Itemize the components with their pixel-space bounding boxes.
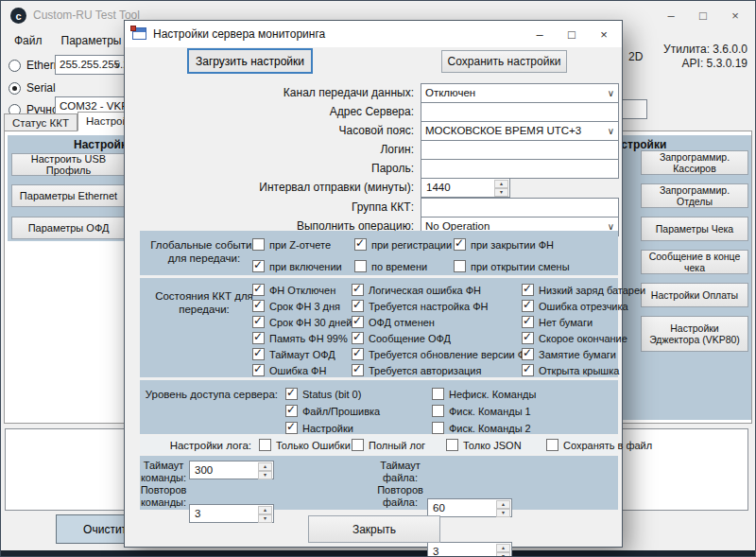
checkbox-item[interactable]: Полный лог bbox=[352, 439, 446, 451]
checkbox-icon[interactable] bbox=[352, 300, 364, 312]
checkbox-item[interactable]: Требуется обновление версии ФН bbox=[352, 348, 533, 360]
checkbox-item[interactable]: Толко JSON bbox=[446, 439, 546, 451]
checkbox-icon[interactable] bbox=[352, 364, 364, 376]
radio-icon[interactable] bbox=[9, 82, 21, 95]
kkt-group-input[interactable] bbox=[421, 198, 619, 218]
checkbox-icon[interactable] bbox=[252, 260, 265, 272]
checkbox-icon[interactable] bbox=[522, 316, 534, 328]
checkbox-item[interactable]: Ошибка отрезчика bbox=[522, 300, 645, 312]
program-cashiers-button[interactable]: Запрограммир. Кассиров bbox=[641, 150, 748, 175]
checkbox-item[interactable]: при закрытии ФН bbox=[454, 238, 605, 251]
checkbox-icon[interactable] bbox=[352, 332, 364, 344]
checkbox-icon[interactable] bbox=[522, 284, 534, 296]
checkbox-item[interactable]: Логическая ошибка ФН bbox=[352, 284, 533, 296]
checkbox-item[interactable]: Требуется авторизация bbox=[352, 364, 533, 376]
dialog-titlebar[interactable]: Настройки сервера мониторинга – □ × bbox=[125, 21, 622, 47]
checkbox-icon[interactable] bbox=[252, 364, 265, 376]
ejector-settings-button[interactable]: Настройки Эджектора (VKP80) bbox=[641, 316, 748, 352]
checkbox-item[interactable]: Только Ошибки bbox=[259, 439, 352, 451]
interval-spinner[interactable]: 1440 ▴▾ bbox=[421, 178, 510, 198]
checkbox-icon[interactable] bbox=[454, 238, 466, 251]
receipt-params-button[interactable]: Параметры Чека bbox=[641, 217, 748, 241]
ethernet-address-combo[interactable]: 255.255.255.255 ∨ bbox=[55, 55, 126, 75]
checkbox-icon[interactable] bbox=[252, 300, 265, 312]
spinner-up-button[interactable]: ▴ bbox=[258, 462, 272, 471]
timezone-combo[interactable]: МОСКОВСКОЕ ВРЕМЯ UTC+3 ∨ bbox=[421, 121, 619, 141]
spinner-down-button[interactable]: ▾ bbox=[496, 509, 510, 517]
spinner-down-button[interactable]: ▾ bbox=[258, 514, 272, 523]
checkbox-icon[interactable] bbox=[546, 439, 558, 451]
config-usb-profile-button[interactable]: Настроить USB Профиль bbox=[11, 153, 126, 176]
login-input[interactable] bbox=[421, 140, 619, 160]
spinner-up-button[interactable]: ▴ bbox=[496, 500, 510, 509]
checkbox-item[interactable]: Срок ФН 30 дней bbox=[252, 316, 352, 328]
checkbox-item[interactable]: при открытии смены bbox=[454, 260, 605, 272]
main-close-button[interactable]: × bbox=[719, 5, 751, 26]
dialog-close-action-button[interactable]: Закрыть bbox=[308, 515, 440, 543]
checkbox-item[interactable]: Таймаут ОФД bbox=[252, 348, 352, 360]
checkbox-icon[interactable] bbox=[354, 238, 367, 251]
checkbox-item[interactable]: Низкий заряд батареи bbox=[522, 284, 645, 296]
ethernet-params-button[interactable]: Параметры Ethernet bbox=[11, 184, 126, 207]
checkbox-icon[interactable] bbox=[522, 364, 534, 376]
channel-combo[interactable]: Отключен ∨ bbox=[421, 83, 619, 103]
spinner-up-button[interactable]: ▴ bbox=[496, 544, 510, 552]
checkbox-icon[interactable] bbox=[432, 405, 444, 417]
receipt-end-message-button[interactable]: Сообщение в конце чека bbox=[641, 250, 748, 274]
checkbox-item[interactable]: Status (bit 0) bbox=[285, 388, 432, 400]
checkbox-item[interactable]: Требуется настройка ФН bbox=[352, 300, 533, 312]
menu-item-file[interactable]: Файл bbox=[5, 31, 52, 52]
file-retries-spinner[interactable]: 3 ▴▾ bbox=[427, 542, 512, 557]
checkbox-icon[interactable] bbox=[352, 284, 364, 296]
checkbox-item[interactable]: Память ФН 99% bbox=[252, 332, 352, 344]
checkbox-icon[interactable] bbox=[522, 332, 534, 344]
save-settings-button[interactable]: Сохранить настройки bbox=[441, 50, 567, 73]
checkbox-icon[interactable] bbox=[252, 348, 265, 360]
checkbox-icon[interactable] bbox=[252, 284, 265, 296]
checkbox-item[interactable]: при включении bbox=[252, 260, 354, 272]
checkbox-item[interactable]: Настройки bbox=[285, 422, 432, 434]
cmd-retries-spinner[interactable]: 3 ▴▾ bbox=[189, 504, 274, 523]
checkbox-icon[interactable] bbox=[354, 260, 367, 272]
password-input[interactable] bbox=[421, 159, 619, 179]
checkbox-item[interactable]: Нефиск. Команды bbox=[432, 388, 593, 400]
checkbox-icon[interactable] bbox=[522, 300, 534, 312]
checkbox-item[interactable]: Фиск. Команды 1 bbox=[432, 405, 593, 417]
spinner-down-button[interactable]: ▾ bbox=[496, 552, 510, 557]
spinner-up-button[interactable]: ▴ bbox=[494, 180, 508, 188]
dialog-close-button[interactable]: × bbox=[588, 24, 620, 44]
checkbox-icon[interactable] bbox=[285, 422, 298, 434]
dialog-maximize-button[interactable]: □ bbox=[556, 24, 588, 44]
program-departments-button[interactable]: Запрограммир. Отделы bbox=[641, 183, 748, 208]
checkbox-item[interactable]: Открыта крышка bbox=[522, 364, 645, 376]
checkbox-icon[interactable] bbox=[259, 439, 271, 451]
checkbox-icon[interactable] bbox=[285, 405, 298, 417]
load-settings-button[interactable]: Загрузить настройки bbox=[187, 48, 313, 74]
checkbox-item[interactable]: по времени bbox=[354, 260, 454, 272]
checkbox-item[interactable]: Скорое окончание bbox=[522, 332, 645, 344]
checkbox-icon[interactable] bbox=[432, 422, 444, 434]
checkbox-item[interactable]: при регистрации bbox=[354, 238, 454, 251]
main-minimize-button[interactable]: – bbox=[655, 5, 687, 26]
main-maximize-button[interactable]: □ bbox=[687, 5, 719, 26]
spinner-down-button[interactable]: ▾ bbox=[258, 471, 272, 479]
checkbox-icon[interactable] bbox=[252, 332, 265, 344]
checkbox-item[interactable]: Срок ФН 3 дня bbox=[252, 300, 352, 312]
chevron-down-icon[interactable]: ∨ bbox=[608, 126, 614, 136]
checkbox-icon[interactable] bbox=[522, 348, 534, 360]
checkbox-icon[interactable] bbox=[352, 348, 364, 360]
checkbox-item[interactable]: Нет бумаги bbox=[522, 316, 645, 328]
cmd-timeout-spinner[interactable]: 300 ▴▾ bbox=[189, 461, 274, 479]
radio-icon[interactable] bbox=[9, 60, 21, 72]
payment-settings-button[interactable]: Настройки Оплаты bbox=[641, 283, 748, 307]
checkbox-item[interactable]: Файл/Прошивка bbox=[285, 405, 432, 417]
checkbox-icon[interactable] bbox=[446, 439, 458, 451]
checkbox-icon[interactable] bbox=[352, 439, 364, 451]
radio-serial[interactable]: Serial bbox=[9, 78, 56, 97]
chevron-down-icon[interactable]: ∨ bbox=[608, 88, 614, 98]
file-timeout-spinner[interactable]: 60 ▴▾ bbox=[427, 498, 512, 517]
checkbox-item[interactable]: Фиск. Команды 2 bbox=[432, 422, 593, 434]
checkbox-item[interactable]: Замятие бумаги bbox=[522, 348, 645, 360]
server-address-input[interactable] bbox=[421, 102, 619, 122]
spinner-up-button[interactable]: ▴ bbox=[258, 506, 272, 514]
